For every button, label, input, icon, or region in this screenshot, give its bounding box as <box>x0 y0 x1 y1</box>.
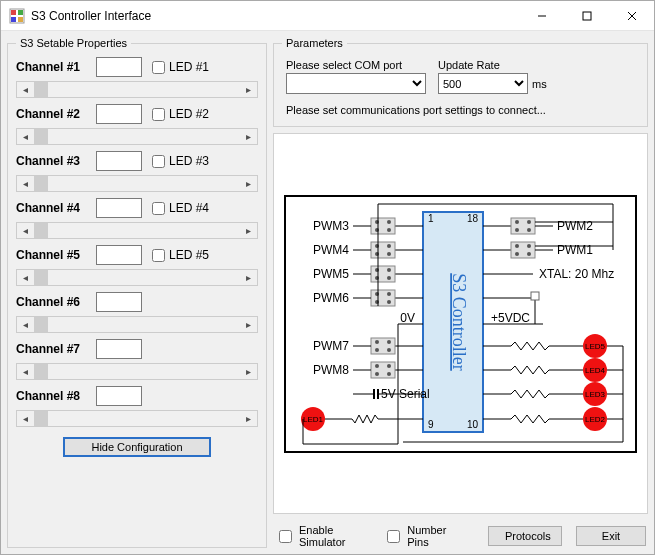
slider-thumb[interactable] <box>34 176 48 191</box>
parameters-group: Parameters Please select COM port Update… <box>273 37 648 127</box>
led-checkbox-wrap[interactable]: LED #5 <box>152 248 209 262</box>
maximize-button[interactable] <box>564 1 609 30</box>
number-pins-label: Number Pins <box>407 524 460 548</box>
svg-rect-17 <box>371 218 395 234</box>
channel-label: Channel #6 <box>16 295 86 309</box>
led-checkbox[interactable] <box>152 61 165 74</box>
slider-thumb[interactable] <box>34 364 48 379</box>
svg-text:PWM2: PWM2 <box>557 219 593 233</box>
led-label: LED #1 <box>169 60 209 74</box>
hide-configuration-button[interactable]: Hide Configuration <box>63 437 210 457</box>
led-label: LED #2 <box>169 107 209 121</box>
slider-thumb[interactable] <box>34 223 48 238</box>
slider-thumb[interactable] <box>34 411 48 426</box>
channel-slider[interactable]: ◂ ▸ <box>16 316 258 333</box>
svg-point-73 <box>527 220 531 224</box>
led-checkbox-wrap[interactable]: LED #2 <box>152 107 209 121</box>
enable-simulator-wrap[interactable]: Enable Simulator <box>275 524 369 548</box>
svg-point-83 <box>515 252 519 256</box>
slider-right-button[interactable]: ▸ <box>240 364 257 379</box>
svg-point-56 <box>375 348 379 352</box>
enable-simulator-checkbox[interactable] <box>279 530 292 543</box>
close-button[interactable] <box>609 1 654 30</box>
svg-point-65 <box>375 372 379 376</box>
minimize-button[interactable] <box>519 1 564 30</box>
slider-left-button[interactable]: ◂ <box>17 176 34 191</box>
slider-right-button[interactable]: ▸ <box>240 411 257 426</box>
svg-rect-4 <box>18 17 23 22</box>
svg-text:PWM4: PWM4 <box>313 243 349 257</box>
channel-slider[interactable]: ◂ ▸ <box>16 363 258 380</box>
slider-thumb[interactable] <box>34 129 48 144</box>
slider-track[interactable] <box>34 129 240 144</box>
number-pins-wrap[interactable]: Number Pins <box>383 524 460 548</box>
svg-rect-2 <box>18 10 23 15</box>
slider-left-button[interactable]: ◂ <box>17 82 34 97</box>
slider-right-button[interactable]: ▸ <box>240 176 257 191</box>
slider-left-button[interactable]: ◂ <box>17 129 34 144</box>
channel-value-input[interactable] <box>96 104 142 124</box>
channel-value-input[interactable] <box>96 57 142 77</box>
window-title: S3 Controller Interface <box>31 9 519 23</box>
slider-thumb[interactable] <box>34 317 48 332</box>
slider-left-button[interactable]: ◂ <box>17 317 34 332</box>
channel-value-input[interactable] <box>96 198 142 218</box>
led-checkbox-wrap[interactable]: LED #4 <box>152 201 209 215</box>
svg-text:LED5: LED5 <box>585 342 606 351</box>
channel-block: Channel #2 LED #2 ◂ ▸ <box>16 104 258 145</box>
slider-track[interactable] <box>34 411 240 426</box>
svg-point-57 <box>387 348 391 352</box>
com-port-select[interactable] <box>286 73 426 94</box>
channel-row: Channel #3 LED #3 <box>16 151 258 171</box>
channel-value-input[interactable] <box>96 386 142 406</box>
svg-point-63 <box>375 364 379 368</box>
slider-track[interactable] <box>34 176 240 191</box>
protocols-button[interactable]: Protocols <box>488 526 562 546</box>
slider-thumb[interactable] <box>34 270 48 285</box>
channel-slider[interactable]: ◂ ▸ <box>16 175 258 192</box>
channel-value-input[interactable] <box>96 151 142 171</box>
channel-value-input[interactable] <box>96 292 142 312</box>
channel-value-input[interactable] <box>96 245 142 265</box>
slider-right-button[interactable]: ▸ <box>240 270 257 285</box>
channel-row: Channel #5 LED #5 <box>16 245 258 265</box>
led-checkbox[interactable] <box>152 202 165 215</box>
slider-right-button[interactable]: ▸ <box>240 82 257 97</box>
led-checkbox[interactable] <box>152 108 165 121</box>
exit-button[interactable]: Exit <box>576 526 646 546</box>
slider-right-button[interactable]: ▸ <box>240 223 257 238</box>
channel-slider[interactable]: ◂ ▸ <box>16 269 258 286</box>
slider-right-button[interactable]: ▸ <box>240 317 257 332</box>
slider-left-button[interactable]: ◂ <box>17 364 34 379</box>
channel-block: Channel #1 LED #1 ◂ ▸ <box>16 57 258 98</box>
led-checkbox-wrap[interactable]: LED #3 <box>152 154 209 168</box>
slider-thumb[interactable] <box>34 82 48 97</box>
channel-slider[interactable]: ◂ ▸ <box>16 81 258 98</box>
led-checkbox[interactable] <box>152 155 165 168</box>
channel-slider[interactable]: ◂ ▸ <box>16 222 258 239</box>
update-rate-label: Update Rate <box>438 59 547 71</box>
slider-track[interactable] <box>34 270 240 285</box>
number-pins-checkbox[interactable] <box>387 530 400 543</box>
svg-text:PWM1: PWM1 <box>557 243 593 257</box>
svg-text:PWM3: PWM3 <box>313 219 349 233</box>
slider-left-button[interactable]: ◂ <box>17 411 34 426</box>
channel-value-input[interactable] <box>96 339 142 359</box>
slider-left-button[interactable]: ◂ <box>17 270 34 285</box>
slider-track[interactable] <box>34 223 240 238</box>
channel-row: Channel #2 LED #2 <box>16 104 258 124</box>
update-rate-select[interactable]: 500 <box>438 73 528 94</box>
slider-track[interactable] <box>34 82 240 97</box>
led-checkbox-wrap[interactable]: LED #1 <box>152 60 209 74</box>
slider-right-button[interactable]: ▸ <box>240 129 257 144</box>
slider-track[interactable] <box>34 364 240 379</box>
svg-point-30 <box>387 252 391 256</box>
slider-track[interactable] <box>34 317 240 332</box>
svg-text:LED4: LED4 <box>585 366 606 375</box>
svg-point-81 <box>515 244 519 248</box>
channel-slider[interactable]: ◂ ▸ <box>16 128 258 145</box>
led-checkbox[interactable] <box>152 249 165 262</box>
slider-left-button[interactable]: ◂ <box>17 223 34 238</box>
channel-slider[interactable]: ◂ ▸ <box>16 410 258 427</box>
svg-rect-44 <box>371 290 395 306</box>
